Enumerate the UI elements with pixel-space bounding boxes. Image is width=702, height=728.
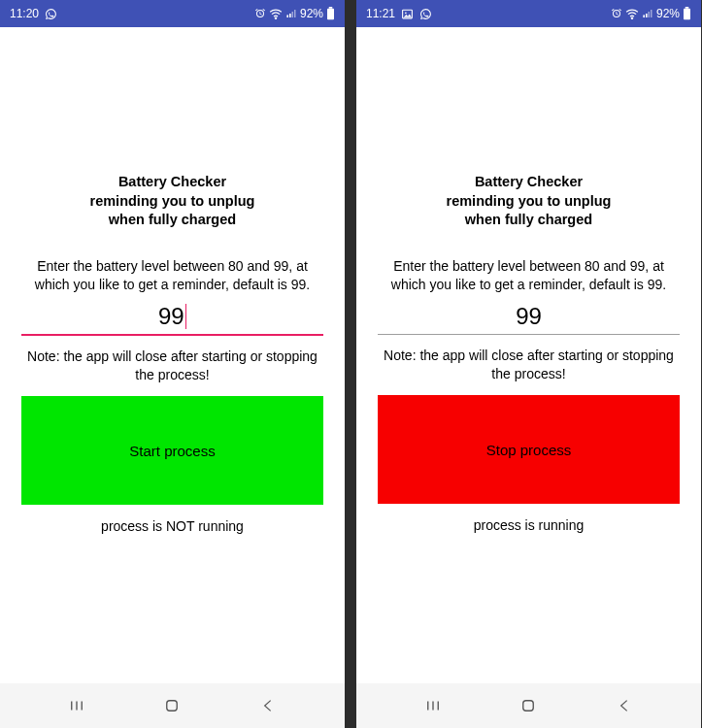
android-navbar (0, 683, 345, 728)
svg-point-9 (631, 17, 632, 18)
statusbar-right: 92% (254, 7, 335, 20)
input-instruction: Enter the battery level between 80 and 9… (378, 257, 680, 294)
signal-icon (642, 8, 653, 19)
process-status: process is running (474, 517, 585, 533)
svg-rect-10 (684, 9, 690, 19)
android-navbar (356, 683, 701, 728)
recents-button[interactable] (57, 686, 96, 725)
battery-icon (683, 7, 691, 20)
battery-percent: 92% (300, 7, 323, 20)
status-bar: 11:20 92% (0, 0, 345, 27)
home-button[interactable] (509, 686, 548, 725)
phone-screen-right: 11:21 92% Battery C (356, 0, 701, 728)
back-button[interactable] (605, 686, 644, 725)
app-content: Battery Checker reminding you to unplug … (0, 27, 345, 683)
svg-point-0 (275, 17, 276, 18)
whatsapp-icon (419, 8, 432, 20)
statusbar-time: 11:21 (366, 7, 395, 20)
battery-percent: 92% (656, 7, 680, 20)
statusbar-left: 11:20 (10, 7, 57, 20)
battery-icon (326, 7, 335, 20)
stop-process-button[interactable]: Stop process (378, 395, 680, 504)
text-cursor (185, 304, 187, 329)
statusbar-left: 11:21 (366, 7, 432, 20)
close-note: Note: the app will close after starting … (378, 347, 680, 383)
signal-icon (285, 8, 297, 19)
svg-rect-2 (329, 7, 333, 9)
svg-rect-11 (685, 7, 689, 9)
alarm-icon (254, 8, 266, 19)
phone-screen-left: 11:20 92% Battery Checker reminding (0, 0, 345, 728)
battery-level-input[interactable]: 99 (378, 303, 680, 335)
app-content: Battery Checker reminding you to unplug … (356, 27, 701, 683)
statusbar-time: 11:20 (10, 7, 39, 20)
process-status: process is NOT running (101, 518, 244, 534)
app-title: Battery Checker reminding you to unplug … (447, 173, 612, 230)
svg-rect-1 (327, 9, 334, 19)
status-bar: 11:21 92% (356, 0, 701, 27)
alarm-icon (611, 8, 622, 19)
app-title: Battery Checker reminding you to unplug … (90, 173, 255, 230)
svg-rect-15 (523, 701, 534, 711)
start-process-button[interactable]: Start process (21, 396, 323, 505)
wifi-icon (625, 8, 639, 19)
image-icon (401, 8, 414, 20)
wifi-icon (269, 8, 283, 19)
statusbar-right: 92% (611, 7, 691, 20)
battery-level-input[interactable]: 99 (21, 303, 323, 336)
svg-point-8 (405, 12, 407, 14)
svg-rect-6 (167, 701, 178, 711)
recents-button[interactable] (414, 686, 452, 725)
home-button[interactable] (152, 686, 191, 725)
input-instruction: Enter the battery level between 80 and 9… (21, 257, 323, 294)
back-button[interactable] (249, 686, 287, 725)
close-note: Note: the app will close after starting … (21, 347, 323, 384)
whatsapp-icon (45, 8, 57, 20)
